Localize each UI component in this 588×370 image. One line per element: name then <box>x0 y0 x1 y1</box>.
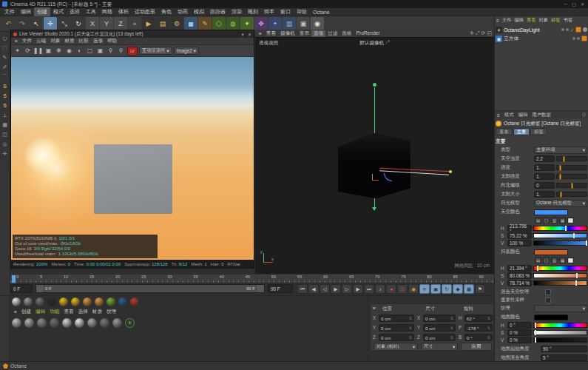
menu-item[interactable]: 角色 <box>158 7 175 16</box>
perspective-viewport[interactable]: ≡ 查看摄像机显示选项过滤面板ProRender ✛⤢⟳◱ 透视视图 默认摄像机… <box>255 30 494 274</box>
play-button[interactable]: ▶ <box>331 284 341 294</box>
goto-start-button[interactable]: ⏮ <box>297 284 308 294</box>
brush-icon[interactable]: ✐ <box>0 62 10 72</box>
viewport-menu-item[interactable]: 面板 <box>339 30 354 37</box>
layout-standard-icon[interactable] <box>12 297 21 306</box>
sun-size-field[interactable]: 1. <box>534 191 555 198</box>
rotation-h-field[interactable]: 62 °⇅ <box>464 314 493 322</box>
octane-menu-item[interactable]: 比较 <box>77 38 91 44</box>
picker-mode-icon[interactable]: ▤ <box>535 257 541 263</box>
menu-item[interactable]: 跟踪器 <box>207 7 229 16</box>
position-z-field[interactable]: 0 cm⇅ <box>379 334 414 341</box>
material-thumbnail[interactable] <box>24 318 34 328</box>
lock-resolution-icon[interactable]: ◉ <box>64 46 74 56</box>
close-button[interactable]: ✕ <box>581 1 584 7</box>
material-menu-item[interactable]: 纹理 <box>104 309 118 315</box>
timeline-ruler[interactable]: 051015202530354045505560657075808590 <box>10 275 494 283</box>
menu-item[interactable]: 模拟 <box>191 7 207 16</box>
layout-cloud-1-icon[interactable] <box>83 297 92 306</box>
workplane-icon[interactable]: ▦ <box>0 120 10 130</box>
visibility-dot-top[interactable] <box>561 28 564 31</box>
history-icon[interactable]: ⭮ <box>0 33 10 43</box>
menu-item[interactable]: 雕刻 <box>245 7 261 16</box>
attribute-subtab[interactable]: 基本 <box>496 128 513 135</box>
magnet-icon[interactable]: ⌒ <box>0 72 10 81</box>
material-thumbnail[interactable] <box>37 318 47 328</box>
apply-button[interactable]: 应用 <box>461 343 492 351</box>
next-frame-button[interactable]: ▷ <box>342 284 352 294</box>
object-manager-menu-item[interactable]: 书签 <box>562 17 575 24</box>
attribute-subtab[interactable]: 主要 <box>513 128 530 135</box>
prev-key-button[interactable]: ◀ <box>308 284 319 294</box>
texture-dropdown[interactable]: ▾ <box>534 305 587 312</box>
hamburger-icon[interactable]: ≡ <box>373 306 376 311</box>
layout-sun-1-icon[interactable] <box>59 297 68 306</box>
picker-mode-icon[interactable]: ▤ <box>535 217 541 223</box>
settings-gear-icon[interactable]: ❋ <box>54 46 64 56</box>
coord-mode-dropdown[interactable]: 对象 (相对)▾ <box>374 343 418 351</box>
hamburger-icon[interactable]: ≡ <box>257 31 264 36</box>
history-arrows-icon[interactable]: ⟨⟩ <box>580 112 588 118</box>
region-render-icon[interactable]: ▢ <box>85 46 95 56</box>
menu-item[interactable]: Octane <box>310 9 333 16</box>
sun-intensity-slider[interactable] <box>556 174 587 179</box>
importance-sampling-checkbox[interactable] <box>545 297 551 303</box>
scale-tool-icon[interactable]: ⤡ <box>58 17 71 30</box>
ground-sat-bar[interactable] <box>533 330 587 335</box>
cube-object[interactable] <box>337 132 412 200</box>
spline-pen-icon[interactable]: ✎ <box>198 17 212 30</box>
coord-system-icon[interactable]: ⌖ <box>128 17 141 30</box>
menu-item[interactable]: 体积 <box>115 7 132 16</box>
turbidity-field[interactable]: 2.2 <box>534 155 555 162</box>
selection-box-icon[interactable]: ⬚ <box>0 43 10 53</box>
layout-sun-2-icon[interactable] <box>71 297 80 306</box>
ground-hue-field[interactable]: 0 ° <box>507 322 532 329</box>
rotation-p-field[interactable]: -178 °⇅ <box>464 324 493 332</box>
keyframe-ring-button[interactable]: ◉ <box>408 284 419 294</box>
record-keyframe-button[interactable]: ⏺ <box>386 284 396 294</box>
ground-color-swatch[interactable] <box>534 314 568 320</box>
menu-item[interactable]: 脚本 <box>261 7 277 16</box>
position-x-field[interactable]: 0 cm⇅ <box>379 314 414 322</box>
select-tool-icon[interactable]: ↖ <box>30 17 43 30</box>
viewport-menu-item[interactable]: 摄像机 <box>278 30 297 37</box>
picker-mode-icon[interactable]: ⬜ <box>567 217 574 223</box>
visibility-dot-bottom[interactable] <box>566 28 569 31</box>
size-z-field[interactable]: 0 cm⇅ <box>423 334 456 341</box>
viewport-solo-icon[interactable]: ◎ <box>0 139 10 149</box>
focus-picker-icon[interactable]: ⚲ <box>116 46 126 56</box>
coord-size-dropdown[interactable]: 尺寸▾ <box>421 343 458 351</box>
range-left-handle[interactable] <box>36 285 42 292</box>
next-key-button[interactable]: ▶ <box>353 284 363 294</box>
material-menu-item[interactable]: 选择 <box>76 309 90 315</box>
menu-item[interactable]: 工具 <box>83 7 99 16</box>
material-menu-item[interactable]: 创建 <box>19 309 33 315</box>
material-thumbnail[interactable] <box>87 318 97 328</box>
material-thumbnail[interactable] <box>112 318 122 328</box>
north-offset-slider[interactable] <box>556 183 587 188</box>
sky-hue-field[interactable]: 213.796 ° <box>507 225 532 232</box>
layout-cloud-2-icon[interactable] <box>95 297 104 306</box>
object-manager-menu-item[interactable]: 查看 <box>525 17 538 24</box>
picker-mode-icon[interactable]: ◯ <box>543 257 550 263</box>
rotation-b-field[interactable]: 0 °⇅ <box>464 334 493 341</box>
octane-menu-item[interactable]: 选项 <box>91 38 105 44</box>
axis-x-lock-icon[interactable]: X <box>86 17 99 30</box>
picker-mode-icon[interactable]: ◯ <box>543 217 550 223</box>
enabled-check-icon[interactable]: ✓ <box>570 27 574 33</box>
attribute-subtab[interactable]: 标签 <box>530 128 547 135</box>
layer-circle-icon[interactable] <box>583 27 587 32</box>
menu-item[interactable]: 运动图形 <box>132 7 158 16</box>
pen-icon[interactable]: ✎ <box>0 53 10 62</box>
turbidity-slider[interactable] <box>556 156 587 161</box>
render-to-picture-icon[interactable]: ▤ <box>156 17 169 30</box>
octane-render-view[interactable]: RTX 2070(8192MB t)10/1 0/1Out of core us… <box>11 57 254 260</box>
material-thumbnail[interactable] <box>62 318 72 328</box>
sunset-val-bar[interactable] <box>533 280 587 286</box>
object-manager-menu-item[interactable]: 文件 <box>501 17 513 24</box>
menu-item[interactable]: 选择 <box>67 7 83 16</box>
axis-z-lock-icon[interactable]: Z <box>114 17 127 30</box>
mograph-icon[interactable]: ⬡ <box>212 17 226 30</box>
camera-icon[interactable]: ▣ <box>297 17 310 30</box>
sky-color-swatch[interactable] <box>534 209 568 215</box>
